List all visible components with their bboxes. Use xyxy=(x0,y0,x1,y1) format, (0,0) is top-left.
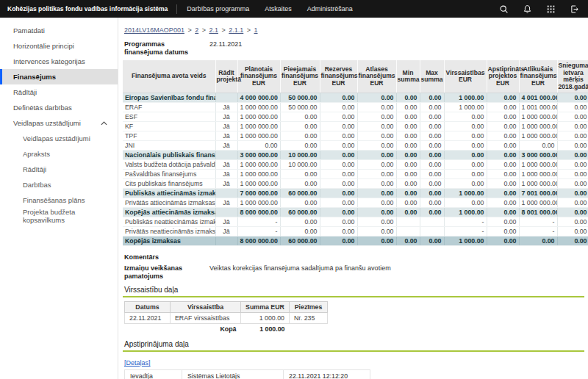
finance-cell: 0.00 xyxy=(487,170,519,179)
sidebar-item-darb-bas[interactable]: Darbības xyxy=(0,177,118,192)
finance-cell: 0.00 xyxy=(320,217,357,227)
breadcrumb-separator: > xyxy=(220,26,227,34)
finance-row-show xyxy=(215,151,237,160)
sidebar-item-apraksts[interactable]: Apraksts xyxy=(0,146,118,162)
sidebar-item-label: Veidlapas uzstādījumi xyxy=(13,119,81,127)
finance-cell: 0.00 xyxy=(557,112,588,122)
finance-col-header: Snieguma ietvara mērķis 2018.gadā xyxy=(557,60,588,93)
sidebar-item-projekta-bud-eta-kopsavilkums[interactable]: Projekta budžeta kopsavilkums xyxy=(0,208,118,223)
finance-col-header: Atlikušais finansējums EUR xyxy=(519,60,557,93)
sidebar-item-veidlapas-uzst-d-jumi[interactable]: Veidlapas uzstādījumi xyxy=(0,131,118,146)
finance-cell: 0.00 xyxy=(320,170,357,179)
finance-cell: 0.00 xyxy=(557,93,588,103)
sidebar-item-veidlapas-uzst-d-jumi[interactable]: Veidlapas uzstādījumi xyxy=(0,115,118,131)
sidebar-item-horizont-lie-principi[interactable]: Horizontālie principi xyxy=(0,38,118,54)
commitments-col-header: Piezīmes xyxy=(290,302,328,313)
commitments-cell: 22.11.2021 xyxy=(125,313,171,324)
finance-cell: 0.00 xyxy=(280,227,320,237)
sidebar-item-label: Pamatdati xyxy=(13,26,45,35)
finance-cell: 0.00 xyxy=(487,151,519,160)
finance-col-header: Pieejamais finansējums EUR xyxy=(280,60,320,93)
finance-cell: 0.00 xyxy=(280,112,320,122)
finance-cell: 60 000.00 xyxy=(280,237,320,246)
finance-cell xyxy=(396,217,420,227)
finance-col-header: Atlases finansējums EUR xyxy=(357,60,396,93)
approval-user: Sistēmas Lietotājs xyxy=(182,370,284,379)
finance-row: ESFJā1 000 000.000.000.000.000.000.000.0… xyxy=(123,112,588,122)
breadcrumb-link[interactable]: 1 xyxy=(254,26,258,34)
sidebar-item-finans-anas-pl-ns[interactable]: Finansēšanas plāns xyxy=(0,192,118,208)
program-date-row: Programmas finansējuma datums 22.11.2021 xyxy=(124,40,584,56)
topbar-menu-item[interactable]: Administrēšana xyxy=(307,5,353,12)
finance-cell: 0.00 xyxy=(396,198,420,208)
finance-cell: 0.00 xyxy=(557,131,588,141)
logout-icon[interactable] xyxy=(569,4,579,14)
finance-col-header: Apstiprināts projektos EUR xyxy=(487,60,519,93)
finance-cell: 0.00 xyxy=(487,160,519,170)
finance-col-header: Rezerves finansējums EUR xyxy=(320,60,357,93)
breadcrumb-link[interactable]: 2.1 xyxy=(209,26,218,34)
finance-cell: 0.00 xyxy=(444,122,487,131)
chevron-up-icon[interactable] xyxy=(101,119,107,127)
finance-cell: - xyxy=(444,227,487,237)
finance-cell: 0.00 xyxy=(444,170,487,179)
sidebar-item-defin-t-s-darb-bas[interactable]: Definētās darbības xyxy=(0,100,118,115)
topbar-menu: Darbības programmaAtskaitesAdministrēšan… xyxy=(187,5,368,12)
breadcrumb-link[interactable]: 2.1.1 xyxy=(229,26,243,34)
finance-col-header: Virssaistības EUR xyxy=(444,60,487,93)
finance-cell: 0.00 xyxy=(320,189,357,198)
search-icon[interactable] xyxy=(498,4,509,14)
finance-row-label: KF xyxy=(123,122,215,131)
finance-cell: 0.00 xyxy=(487,141,519,151)
finance-cell: 1 000 000.00 xyxy=(519,112,557,122)
finance-cell: 0.00 xyxy=(357,198,396,208)
commitments-table: DatumsVirssaistībaSumma EURPiezīmes 22.1… xyxy=(124,301,328,334)
finance-cell: - xyxy=(519,217,557,227)
commitments-total-label: Kopā xyxy=(171,324,241,335)
finance-row: Publiskās attiecināmās izmaksas7 000 000… xyxy=(123,189,588,198)
main-content: 2014LV16MAOP001 > 2 > 2.1 > 2.1.1 > 1 Pr… xyxy=(118,18,588,379)
finance-cell: 0.00 xyxy=(396,179,420,189)
sidebar-item-label: Rādītāji xyxy=(13,88,37,96)
finance-cell: 0.00 xyxy=(444,198,487,208)
finance-row-label: Publiskās neattiecināmās izmaksas xyxy=(123,217,215,227)
approval-link-cell xyxy=(370,370,398,379)
breadcrumb-link[interactable]: 2 xyxy=(195,26,198,34)
finance-cell: 0.00 xyxy=(357,103,396,112)
finance-cell: 0.00 xyxy=(487,217,519,227)
app-title: Kohēzijas politikas fondu vadības inform… xyxy=(7,5,168,12)
app-switcher-icon[interactable] xyxy=(545,4,556,14)
topbar-divider xyxy=(176,4,177,14)
details-link[interactable]: [Detaļas] xyxy=(124,359,151,367)
breadcrumb-link[interactable]: 2014LV16MAOP001 xyxy=(124,26,184,34)
finance-cell: 0.00 xyxy=(357,151,396,160)
finance-row-show: Jā xyxy=(215,103,237,112)
sidebar-item-r-d-t-ji[interactable]: Rādītāji xyxy=(0,162,118,177)
finance-cell xyxy=(420,217,444,227)
finance-cell: 0.00 xyxy=(420,170,444,179)
finance-row: JNIJā0.000.000.000.000.000.000.000.000.0… xyxy=(123,141,588,151)
finance-cell: 0.00 xyxy=(320,131,357,141)
finance-cell: 0.00 xyxy=(420,112,444,122)
finance-cell: 1 000 000.00 xyxy=(237,131,280,141)
topbar-menu-item[interactable]: Darbības programma xyxy=(187,5,249,12)
breadcrumb-separator: > xyxy=(200,26,207,34)
finance-cell: 60 000.00 xyxy=(280,208,320,217)
commitments-row: 22.11.2021ERAF virssaistības1 000.00Nr. … xyxy=(125,313,328,324)
sidebar-item-intervences-kategorijas[interactable]: Intervences kategorijas xyxy=(0,54,118,69)
sidebar-item-r-d-t-ji[interactable]: Rādītāji xyxy=(0,84,118,100)
breadcrumb-separator: > xyxy=(245,26,252,34)
topbar-menu-item[interactable]: Atskaites xyxy=(265,5,292,12)
finance-row: KFJā1 000 000.000.000.000.000.000.000.00… xyxy=(123,122,588,131)
approval-section-title: Apstiprinājuma daļa xyxy=(123,340,584,352)
finance-row-show xyxy=(215,237,237,246)
finance-row-label: Privātās neattiecināmās izmaksas xyxy=(123,227,215,237)
notifications-icon[interactable] xyxy=(522,4,532,14)
sidebar: PamatdatiHorizontālie principiIntervence… xyxy=(0,18,118,379)
finance-row: Privātās neattiecināmās izmaksasJā-0.000… xyxy=(123,227,588,237)
finance-cell: 0.00 xyxy=(396,103,420,112)
sidebar-item-finans-jums[interactable]: Finansējums xyxy=(0,69,118,84)
sidebar-item-pamatdati[interactable]: Pamatdati xyxy=(0,23,118,38)
finance-row-show: Jā xyxy=(215,141,237,151)
finance-cell: 1 000 000.00 xyxy=(237,179,280,189)
